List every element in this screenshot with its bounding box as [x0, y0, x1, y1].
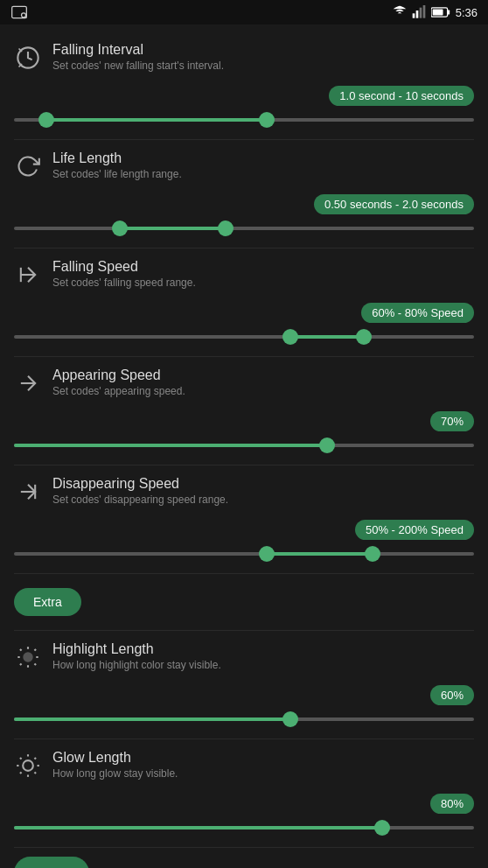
falling-interval-desc: Set codes' new falling start's interval. [52, 60, 224, 72]
more-button[interactable]: More [14, 857, 89, 868]
svg-point-1 [22, 13, 26, 18]
falling-interval-section: Falling Interval Set codes' new falling … [0, 32, 488, 82]
app-icon [10, 4, 28, 21]
disappearing-speed-title: Disappearing Speed [52, 476, 228, 492]
svg-rect-4 [415, 10, 418, 18]
glow-length-section: Glow Length How long glow stay visible. [0, 739, 488, 790]
falling-interval-title: Falling Interval [52, 42, 224, 58]
highlight-length-section: Highlight Length How long highlight colo… [0, 631, 488, 682]
glow-length-title: Glow Length [52, 750, 178, 766]
life-length-desc: Set codes' life length range. [52, 168, 182, 180]
svg-line-25 [34, 758, 36, 760]
falling-speed-section: Falling Speed Set codes' falling speed r… [0, 248, 488, 299]
appearing-speed-section: Appearing Speed Set codes' appearing spe… [0, 357, 488, 408]
svg-rect-8 [447, 10, 450, 14]
glow-length-slider[interactable] [0, 817, 488, 847]
life-length-title: Life Length [52, 150, 182, 166]
status-left [10, 4, 28, 21]
svg-point-16 [24, 653, 31, 661]
highlight-length-title: Highlight Length [52, 641, 221, 657]
appearing-speed-title: Appearing Speed [52, 368, 185, 383]
falling-speed-desc: Set codes' falling speed range. [52, 276, 196, 289]
svg-rect-5 [419, 8, 422, 18]
svg-line-2 [25, 17, 26, 18]
extra-button-row: Extra [0, 574, 488, 630]
disappearing-speed-slider[interactable] [0, 543, 488, 573]
highlight-length-desc: How long highlight color stay visible. [52, 659, 221, 671]
falling-speed-badge: 60% - 80% Speed [361, 303, 474, 323]
svg-rect-6 [422, 5, 425, 18]
svg-rect-0 [12, 6, 27, 18]
falling-interval-slider[interactable] [0, 109, 488, 139]
falling-interval-badge: 1.0 second - 10 seconds [329, 86, 474, 106]
highlight-length-slider[interactable] [0, 709, 488, 738]
status-right: 5:36 [393, 5, 478, 19]
life-length-icon [14, 152, 42, 180]
signal-icon [412, 5, 426, 19]
wifi-icon [393, 5, 407, 19]
falling-speed-icon [14, 261, 42, 289]
svg-line-21 [34, 772, 36, 774]
glow-length-icon [14, 752, 42, 780]
life-length-section: Life Length Set codes' life length range… [0, 140, 488, 191]
appearing-speed-badge: 70% [430, 411, 474, 431]
life-length-slider[interactable] [0, 218, 488, 248]
extra-button[interactable]: Extra [14, 588, 81, 616]
glow-length-badge: 80% [430, 794, 474, 814]
disappearing-speed-badge: 50% - 200% Speed [355, 520, 474, 540]
svg-line-24 [20, 772, 22, 774]
highlight-length-badge: 60% [430, 685, 474, 705]
glow-length-desc: How long glow stay visible. [52, 767, 178, 780]
life-length-badge: 0.50 seconds - 2.0 seconds [314, 194, 474, 214]
more-button-row: More [0, 848, 488, 868]
svg-point-17 [23, 760, 33, 771]
appearing-speed-slider[interactable] [0, 435, 488, 465]
falling-speed-title: Falling Speed [52, 259, 196, 275]
svg-rect-9 [432, 10, 443, 16]
disappearing-speed-desc: Set codes' disappearing speed range. [52, 494, 228, 506]
appearing-speed-icon [14, 369, 42, 397]
disappearing-speed-icon [14, 478, 42, 506]
highlight-length-icon [14, 643, 42, 671]
scroll-area[interactable]: Falling Interval Set codes' new falling … [0, 24, 488, 868]
battery-icon [431, 6, 450, 18]
time-display: 5:36 [456, 6, 478, 19]
falling-speed-slider[interactable] [0, 326, 488, 356]
svg-line-20 [20, 758, 22, 760]
status-bar: 5:36 [0, 0, 488, 24]
disappearing-speed-section: Disappearing Speed Set codes' disappeari… [0, 466, 488, 516]
falling-interval-icon [14, 44, 42, 72]
svg-rect-3 [412, 13, 415, 18]
appearing-speed-desc: Set codes' appearing speed. [52, 385, 185, 397]
